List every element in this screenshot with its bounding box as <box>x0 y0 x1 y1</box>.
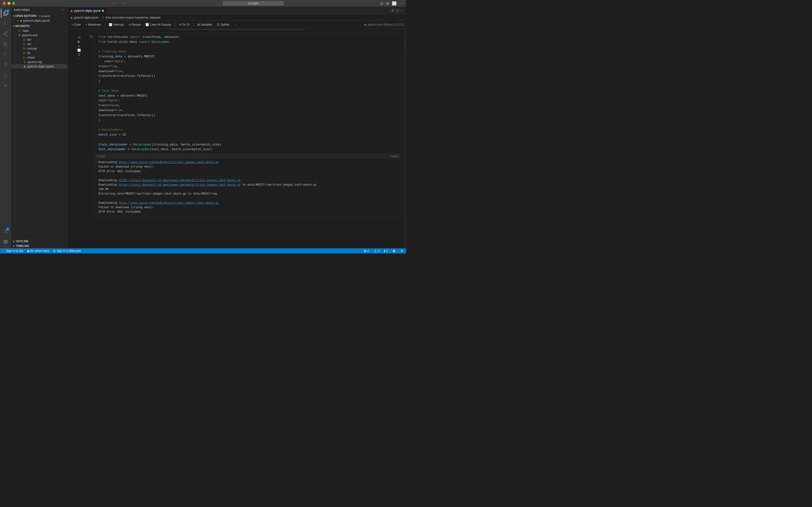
run-below-icon[interactable]: ⏭ <box>78 44 80 48</box>
sidebar-item-bin[interactable]: ▷ bin <box>11 37 67 42</box>
output-line-7: Extracting data/MNIST/raw/train-images-i… <box>99 192 396 196</box>
status-errors[interactable]: ⊗ 0 <box>363 248 370 253</box>
activity-settings[interactable] <box>1 237 10 246</box>
cell-footer: ↺ 6.6s Python <box>95 154 400 158</box>
code-line-comment-2: # Test data <box>99 89 396 94</box>
output-collapse-icon[interactable]: ··· <box>95 160 98 165</box>
back-button[interactable]: ← <box>111 1 118 6</box>
clear-output-icon[interactable]: ⬜ <box>77 49 81 52</box>
notebook-icon-sidebar: ◈ <box>23 65 26 68</box>
status-bitbucket[interactable]: ⚙ Sign in to Bitbucket <box>52 248 82 253</box>
sidebar-item-data[interactable]: ▷ data <box>11 29 67 33</box>
window-controls <box>3 2 15 5</box>
status-warnings[interactable]: ⚠ 0 <box>373 248 381 253</box>
layout-icon[interactable]: ⊟ <box>380 1 383 6</box>
status-bell[interactable]: 🔔 <box>392 248 397 253</box>
output-line-9: Failed to download (trying next): <box>99 205 396 210</box>
code-line-blank-1 <box>99 45 396 50</box>
add-code-icon: + <box>71 23 73 26</box>
open-editors-header[interactable]: ▾ OPEN EDITORS 1 unsaved <box>11 14 67 18</box>
kernel-label[interactable]: pytorch-env (Python 3.10.11) <box>368 23 404 26</box>
activity-extensions[interactable] <box>1 50 10 59</box>
run-cell-icon[interactable]: ▶ <box>78 40 80 44</box>
close-button[interactable] <box>3 2 6 5</box>
folder-open-icon: ▾ <box>19 33 20 37</box>
breadcrumb-cell[interactable]: from torchvision import transforms, data… <box>106 16 160 19</box>
code-line-comment-1: # Training data <box>99 49 396 54</box>
more-actions-icon[interactable]: ⋯ <box>401 9 404 12</box>
output-link-1[interactable]: http://yann.lecun.com/exdb/mnist/train-i… <box>119 161 219 164</box>
interrupt-button[interactable]: ⬜ Interrupt <box>107 22 126 27</box>
status-no-active-issue[interactable]: ◉ No active issue <box>26 248 50 253</box>
add-code-button[interactable]: + Code <box>69 22 83 27</box>
more-options-button[interactable]: ··· <box>232 22 238 27</box>
sidebar-item-pytorch-env[interactable]: ▾ pytorch-env <box>11 33 67 37</box>
notebook-scroll-area[interactable]: [9] from torchvision import transforms, … <box>82 30 404 248</box>
activity-bar: 1 ⚗ 🗂 ⊕ 1 <box>0 7 11 248</box>
activity-search[interactable] <box>1 19 10 28</box>
minimize-button[interactable] <box>7 2 10 5</box>
delete-cell-icon[interactable]: 🗑 <box>78 53 80 56</box>
activity-source-control[interactable] <box>1 29 10 39</box>
panel-icon[interactable]: ⬜ <box>392 1 397 6</box>
clear-all-outputs-button[interactable]: ⬜ Clear All Outputs <box>143 22 173 27</box>
timeline-header[interactable]: ▷ TIMELINE <box>11 244 67 248</box>
outline-header[interactable]: ▷ OUTLINE <box>11 239 67 244</box>
output-blank-2 <box>99 196 396 201</box>
toolbar-separator-2 <box>175 22 175 27</box>
status-info[interactable]: ℹ 0 <box>383 248 389 253</box>
status-settings[interactable]: ⚙ <box>400 248 404 253</box>
search-input[interactable] <box>223 1 284 6</box>
settings-icon[interactable]: ⚙ <box>391 9 394 12</box>
sidebar-item-pyvenv[interactable]: ⚙ pyvenv.cfg <box>11 60 67 64</box>
output-link-2[interactable]: https://ossci-datasets.s3.amazonaws.com/… <box>119 179 240 182</box>
output-link-4[interactable]: http://yann.lecun.com/exdb/mnist/train-l… <box>119 201 219 205</box>
activity-explorer[interactable]: 1 <box>1 8 10 18</box>
restart-label: Restart <box>132 23 141 26</box>
error-icon: ⊗ <box>364 249 366 253</box>
activity-extensions2[interactable]: ⊕ <box>1 81 10 90</box>
nn-digits-header[interactable]: ▾ NN-DIGITS <box>11 24 67 29</box>
output-line-3: HTTP Error 403: Forbidden <box>99 169 396 174</box>
add-markdown-button[interactable]: + Markdown <box>83 22 103 27</box>
breadcrumb-file[interactable]: pytorch-digits.ipynb <box>74 16 98 19</box>
warning-icon: ⚠ <box>374 249 377 253</box>
sidebar-more-button[interactable]: ··· <box>62 8 65 11</box>
split-editor-icon[interactable]: ⊞ <box>386 1 389 6</box>
folder-icon-include: ▷ <box>23 47 26 50</box>
more-icon[interactable]: ⋯ <box>399 1 403 6</box>
tab-pytorch-digits[interactable]: ◈ pytorch-digits.ipynb <box>68 7 107 15</box>
sidebar-item-share[interactable]: ▷ share <box>11 55 67 60</box>
code-line-12: download=True, <box>99 108 396 113</box>
code-line-4: root="data", <box>99 59 396 64</box>
activity-run-debug[interactable] <box>1 40 10 49</box>
nn-digits-section: ▾ NN-DIGITS ▷ data ▾ pytorch-env ▷ bin ▷… <box>11 23 67 69</box>
cell-container[interactable]: from torchvision import transforms, data… <box>95 33 400 216</box>
file-name-pyvenv: pyvenv.cfg <box>27 60 42 64</box>
more-cell-icon[interactable]: ⋯ <box>78 57 80 60</box>
code-line-9: test_data = datasets.MNIST( <box>99 94 396 99</box>
activity-account[interactable]: 1 <box>1 227 10 236</box>
activity-remote[interactable]: 🗂 <box>1 70 10 80</box>
cell-output-area: ··· Downloading http://yann.lecun.com/ex… <box>95 158 400 216</box>
variables-button[interactable]: ⊞ Variables <box>195 22 214 27</box>
account-badge: 1 <box>6 228 9 230</box>
output-link-3[interactable]: https://ossci-datasets.s3.amazonaws.com/… <box>119 183 240 186</box>
restart-button[interactable]: ↺ Restart <box>127 22 143 27</box>
sidebar-item-etc[interactable]: ▷ etc <box>11 42 67 46</box>
sidebar-item-lib[interactable]: ▷ lib <box>11 51 67 55</box>
run-above-icon[interactable]: ⏮ <box>78 36 80 39</box>
status-jira[interactable]: ✕ Sign in to Jira <box>2 248 24 253</box>
sidebar-item-pytorch-notebook[interactable]: ◈ pytorch-digits.ipynb <box>11 64 67 69</box>
cell-code-area[interactable]: from torchvision import transforms, data… <box>95 33 400 154</box>
sidebar-item-include[interactable]: ▷ include <box>11 46 67 51</box>
split-editor-icon[interactable]: ⊟ <box>396 9 399 12</box>
output-line-5: Downloading https://ossci-datasets.s3.am… <box>99 183 396 187</box>
go-to-button[interactable]: ↺ Go To <box>177 22 192 27</box>
notebook-scrollbar-top <box>68 29 406 30</box>
open-editor-file-pytorch[interactable]: ● ◈ pytorch-digits.ipynb <box>11 18 67 23</box>
forward-button[interactable]: → <box>120 1 126 6</box>
outline-button[interactable]: ☰ Outline <box>215 22 231 27</box>
maximize-button[interactable] <box>12 2 15 5</box>
activity-testing[interactable]: ⚗ <box>1 60 10 69</box>
